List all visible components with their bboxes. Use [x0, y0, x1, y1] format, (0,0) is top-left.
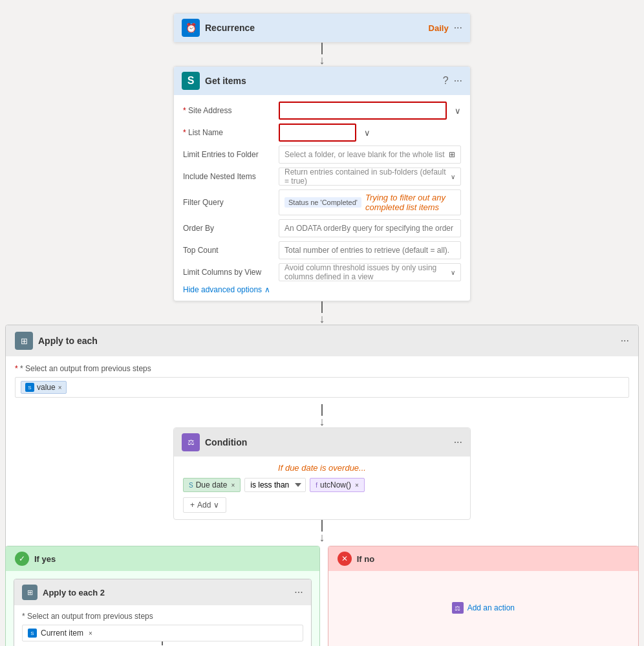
- recurrence-frequency: Daily: [429, 23, 449, 33]
- condition-comment: If due date is overdue...: [183, 463, 461, 473]
- filter-query-row: Filter Query Status ne 'Completed' Tryin…: [183, 189, 461, 215]
- arrow-3: ↓: [319, 404, 325, 427]
- apply-to-each-2-card: ⊞ Apply to each 2 ··· * Select an output…: [14, 579, 312, 646]
- if-yes-panel: ✓ If yes ⊞ Apply to each 2 ···: [5, 546, 320, 646]
- no-icon: ✕: [338, 552, 352, 566]
- filter-query-label: Filter Query: [183, 198, 274, 207]
- list-name-label: List Name: [183, 128, 274, 137]
- apply-to-each-2-header: ⊞ Apply to each 2 ···: [14, 579, 311, 605]
- apply2-input-row[interactable]: S Current item ×: [22, 625, 303, 641]
- limit-entries-row: Limit Entries to Folder Select a folder,…: [183, 145, 461, 164]
- site-address-label: Site Address: [183, 106, 274, 115]
- apply2-more-icon[interactable]: ···: [294, 587, 303, 598]
- arrow-5: ↓: [22, 641, 303, 646]
- arrow-4: ↓: [319, 520, 325, 543]
- add-action-label: Add an action: [467, 603, 515, 612]
- recurrence-title: Recurrence: [205, 23, 424, 33]
- recurrence-card: ⏰ Recurrence Daily ···: [173, 13, 471, 43]
- value-tag: S value ×: [21, 381, 67, 394]
- limit-columns-row: Limit Columns by View Avoid column thres…: [183, 263, 461, 281]
- if-no-title: If no: [357, 554, 374, 564]
- add-condition-btn[interactable]: + Add ∨: [183, 497, 226, 513]
- current-item-icon: S: [28, 629, 37, 638]
- apply-to-each-card: ⊞ Apply to each ··· * Select an output f…: [5, 325, 639, 646]
- arrow-2: ↓: [319, 301, 325, 325]
- utcnow-close-icon[interactable]: ×: [355, 482, 359, 489]
- filter-query-value: Status ne 'Completed': [284, 197, 361, 208]
- due-date-tag: S Due date ×: [183, 478, 241, 492]
- apply-to-each-body: * Select an output from previous steps S…: [6, 356, 638, 646]
- order-by-label: Order By: [183, 224, 274, 233]
- chevron-up-icon: ∧: [264, 285, 270, 294]
- due-date-close-icon[interactable]: ×: [231, 482, 235, 489]
- current-item-label: Current item: [41, 629, 83, 638]
- arrow-1: ↓: [319, 43, 325, 66]
- apply-more-icon[interactable]: ···: [621, 335, 629, 347]
- value-tag-icon: S: [25, 383, 34, 392]
- apply-value-input[interactable]: S value ×: [15, 377, 629, 398]
- if-yes-title: If yes: [34, 554, 56, 564]
- apply-select-label: * Select an output from previous steps: [15, 364, 629, 373]
- condition-card: ⚖ Condition ··· If due date is overdue..…: [173, 427, 471, 520]
- due-date-icon: S: [189, 482, 193, 489]
- sharepoint-icon: S: [182, 72, 200, 90]
- get-items-more-icon[interactable]: ···: [454, 75, 462, 87]
- limit-entries-label: Limit Entries to Folder: [183, 150, 274, 159]
- if-yes-body: ⊞ Apply to each 2 ··· * Select an output…: [6, 571, 319, 646]
- top-count-input[interactable]: [279, 241, 461, 259]
- top-count-row: Top Count: [183, 241, 461, 259]
- order-by-row: Order By: [183, 219, 461, 237]
- apply2-title: Apply to each 2: [43, 588, 105, 598]
- add-action-btn[interactable]: ⚖ Add an action: [452, 597, 515, 619]
- site-address-chevron[interactable]: ∨: [455, 106, 461, 116]
- include-nested-input[interactable]: Return entries contained in sub-folders …: [279, 167, 461, 186]
- if-yes-header: ✓ If yes: [6, 546, 319, 571]
- limit-entries-input[interactable]: Select a folder, or leave blank for the …: [279, 145, 461, 164]
- condition-title: Condition: [205, 437, 247, 447]
- current-item-close-icon[interactable]: ×: [89, 630, 92, 637]
- add-chevron-icon: ∨: [213, 501, 219, 510]
- list-name-row: List Name ∨: [183, 124, 461, 142]
- top-count-label: Top Count: [183, 246, 274, 255]
- recurrence-icon: ⏰: [182, 19, 200, 37]
- limit-columns-input[interactable]: Avoid column threshold issues by only us…: [279, 263, 461, 281]
- site-address-input[interactable]: [279, 102, 447, 120]
- condition-operator[interactable]: is less than: [244, 478, 306, 492]
- get-items-header: S Get items ? ···: [174, 67, 470, 95]
- apply-to-each-2-body: * Select an output from previous steps S…: [14, 605, 311, 646]
- include-nested-label: Include Nested Items: [183, 172, 274, 181]
- recurrence-more-icon[interactable]: ···: [454, 22, 462, 34]
- value-tag-close-icon[interactable]: ×: [58, 384, 62, 391]
- include-nested-value: Return entries contained in sub-folders …: [284, 167, 451, 186]
- limit-columns-chevron: ∨: [451, 269, 455, 276]
- include-nested-row: Include Nested Items Return entries cont…: [183, 167, 461, 186]
- list-name-chevron[interactable]: ∨: [364, 128, 370, 138]
- list-name-input[interactable]: [279, 124, 356, 142]
- if-no-body: ⚖ Add an action: [328, 571, 638, 645]
- plus-icon: +: [190, 501, 195, 510]
- inner-flow: ↓ ⚖ Condition ··· If due date is overdue…: [15, 398, 629, 646]
- condition-body: If due date is overdue... S Due date × i…: [174, 457, 470, 519]
- condition-more-icon[interactable]: ···: [454, 436, 462, 448]
- split-container: ✓ If yes ⊞ Apply to each 2 ···: [5, 546, 639, 646]
- order-by-input[interactable]: [279, 219, 461, 237]
- hide-advanced-btn[interactable]: Hide advanced options ∧: [183, 285, 461, 294]
- condition-header: ⚖ Condition ···: [174, 428, 470, 457]
- filter-query-input[interactable]: Status ne 'Completed' Trying to filter o…: [279, 189, 461, 215]
- apply-title: Apply to each: [38, 336, 98, 346]
- apply-to-each-header: ⊞ Apply to each ···: [6, 325, 638, 356]
- get-items-card: S Get items ? ··· Site Address ∨ List Na…: [173, 66, 471, 301]
- add-label: Add: [197, 501, 211, 510]
- limit-entries-placeholder: Select a folder, or leave blank for the …: [284, 150, 444, 159]
- get-items-title: Get items: [205, 76, 438, 86]
- if-no-header: ✕ If no: [328, 546, 638, 571]
- utcnow-label: utcNow(): [320, 480, 351, 490]
- get-items-help-icon[interactable]: ?: [443, 75, 449, 87]
- apply-icon: ⊞: [15, 332, 33, 350]
- if-no-panel: ✕ If no ⚖ Add an action: [328, 546, 639, 646]
- apply2-icon: ⊞: [22, 585, 38, 600]
- filter-query-comment: Trying to filter out any completed list …: [365, 193, 455, 212]
- condition-icon: ⚖: [182, 433, 200, 451]
- hide-advanced-label: Hide advanced options: [183, 285, 262, 294]
- yes-icon: ✓: [15, 552, 29, 566]
